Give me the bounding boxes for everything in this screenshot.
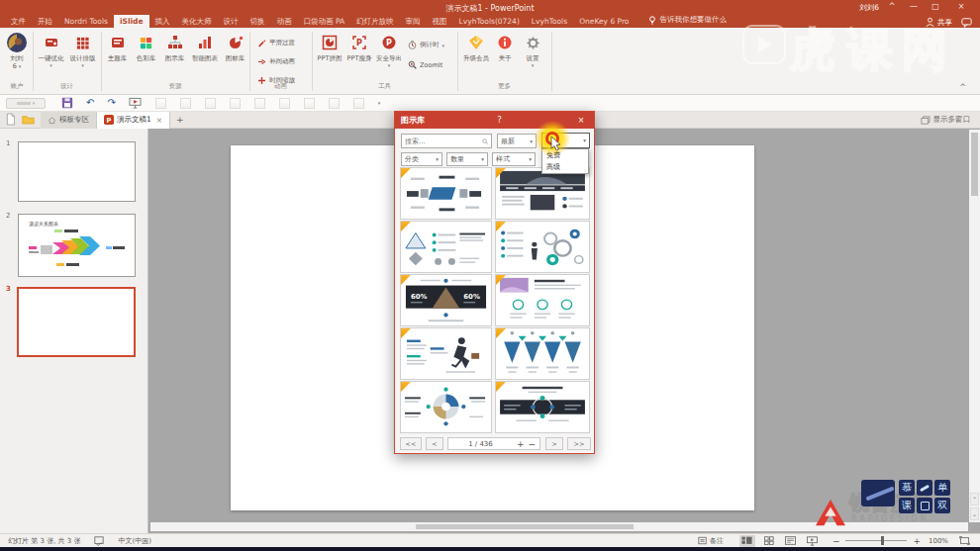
spellcheck-icon[interactable]	[94, 536, 104, 546]
tab-islide[interactable]: iSlide	[114, 15, 149, 29]
diagram-thumbnail-businessman[interactable]	[400, 327, 492, 380]
undo-icon[interactable]: ↶	[86, 98, 94, 108]
tab-file[interactable]: 文件	[5, 15, 32, 29]
collapse-ribbon-button[interactable]: ^	[959, 83, 966, 92]
close-button[interactable]: ×	[952, 2, 970, 11]
tab-lvyhtools-0724[interactable]: LvyhTools(0724)	[453, 15, 526, 29]
previous-page-button[interactable]: <	[426, 437, 443, 450]
notes-toggle[interactable]: 备注	[698, 536, 724, 546]
qat-icon-grayed[interactable]	[205, 98, 216, 109]
language-indicator[interactable]: 中文(中国)	[118, 536, 150, 546]
zoom-out-control[interactable]: −	[833, 536, 840, 546]
diagram-thumbnail-gears[interactable]	[495, 221, 590, 273]
tween-animation-button[interactable]: 补间动画	[257, 57, 295, 66]
diagram-thumbnail-pyramid-stats[interactable]: 60% 60%	[400, 274, 492, 326]
redo-icon[interactable]: ↷	[107, 98, 115, 108]
color-library-button[interactable]: 色彩库	[132, 34, 160, 62]
style-dropdown[interactable]: 样式▾	[492, 152, 536, 166]
qat-icon-grayed[interactable]	[353, 98, 364, 109]
qat-icon-grayed[interactable]	[230, 98, 241, 109]
next-page-button[interactable]: >	[545, 437, 563, 450]
tab-pocket-animation[interactable]: 口袋动画 PA	[298, 15, 351, 29]
option-premium[interactable]: 高级	[542, 161, 588, 173]
help-icon[interactable]: ?	[493, 116, 507, 125]
ppt-slim-button[interactable]: P PPT瘦身	[344, 34, 374, 62]
ribbon-display-options-icon[interactable]: ^	[883, 2, 901, 11]
search-input[interactable]	[405, 138, 482, 145]
diagram-thumbnail-axis-flow[interactable]	[400, 167, 492, 220]
slideshow-view-button[interactable]	[805, 535, 821, 547]
zoom-in-button[interactable]: +	[513, 439, 529, 449]
slide-thumbnail-2[interactable]: 递进关系图表	[18, 214, 136, 277]
tab-design[interactable]: 设计	[218, 15, 245, 29]
tab-document[interactable]: P 演示文稿1 ×	[97, 112, 170, 129]
settings-button[interactable]: 设置 ▾	[519, 34, 546, 68]
upgrade-member-button[interactable]: 升级会员	[461, 34, 491, 62]
start-slideshow-icon[interactable]	[129, 94, 142, 113]
design-layout-button[interactable]: 设计排版 ▾	[67, 34, 98, 68]
qat-icon-grayed[interactable]	[180, 98, 191, 109]
diagram-thumbnail-ring-banner[interactable]	[495, 381, 590, 433]
maximize-button[interactable]: □	[927, 2, 944, 11]
zoom-out-button[interactable]: −	[528, 439, 539, 449]
tab-onekey[interactable]: OneKey 6 Pro	[573, 15, 635, 29]
diagram-library-button[interactable]: 图示库	[160, 34, 189, 62]
tab-template-zone[interactable]: 模板专区	[41, 112, 97, 129]
horizontal-scrollbar-thumb[interactable]	[416, 524, 634, 529]
tab-view[interactable]: 视图	[427, 15, 453, 29]
sort-dropdown[interactable]: 最新▾	[497, 134, 537, 148]
account-button[interactable]: 刘刘 6 ▾	[2, 34, 32, 70]
tab-meihua-dashi[interactable]: 美化大师	[176, 15, 218, 29]
safe-export-button[interactable]: P 安全导出 ▾	[374, 34, 404, 68]
diagram-thumbnail-circular-photos[interactable]	[400, 381, 492, 433]
smart-chart-button[interactable]: 智能图表	[189, 34, 221, 62]
qat-more-caret[interactable]: ▾	[378, 100, 381, 106]
slide-sorter-view-button[interactable]	[761, 535, 777, 547]
diagram-thumbnail-funnel[interactable]	[495, 327, 590, 380]
zoom-in-control[interactable]: +	[913, 536, 921, 546]
comment-icon[interactable]	[961, 18, 972, 28]
close-tab-icon[interactable]: ×	[156, 116, 162, 125]
qat-icon-grayed[interactable]	[304, 98, 315, 109]
diagram-thumbnail-triangle-process[interactable]	[400, 221, 492, 273]
normal-view-button[interactable]	[739, 535, 755, 547]
save-icon[interactable]	[61, 94, 73, 113]
last-page-button[interactable]: >>	[567, 437, 591, 450]
tab-review[interactable]: 审阅	[400, 15, 427, 29]
tab-lvyhtools[interactable]: LvyhTools	[526, 15, 573, 29]
slide-thumbnail-1[interactable]	[18, 141, 136, 202]
fit-to-window-button[interactable]	[956, 535, 972, 547]
qat-icon-grayed[interactable]	[329, 98, 340, 109]
search-box[interactable]	[401, 134, 492, 148]
countdown-button[interactable]: 倒计时 ▾	[408, 41, 444, 49]
open-folder-icon[interactable]	[22, 114, 35, 127]
zoom-slider[interactable]	[845, 540, 907, 541]
tab-transitions[interactable]: 切换	[245, 15, 271, 29]
icon-library-button[interactable]: 图标库	[221, 34, 249, 62]
tell-me-box[interactable]: 告诉我你想要做什么	[648, 15, 727, 28]
theme-library-button[interactable]: 主题库	[103, 34, 132, 62]
tab-nordri-tools[interactable]: Nordri Tools	[58, 15, 114, 29]
one-click-optimize-button[interactable]: 一键优化 ▾	[36, 34, 66, 68]
tab-insert[interactable]: 插入	[149, 15, 176, 29]
zoom-slider-thumb[interactable]	[881, 536, 884, 545]
show-multi-window-button[interactable]: 显示多窗口	[921, 115, 971, 125]
about-button[interactable]: 关于	[492, 34, 518, 62]
qat-icon-grayed[interactable]	[279, 98, 290, 109]
new-document-icon[interactable]	[5, 113, 16, 128]
new-tab-button[interactable]: +	[176, 115, 184, 125]
reading-view-button[interactable]	[783, 535, 799, 547]
diagram-thumbnail-web-banner[interactable]	[495, 167, 590, 220]
slide-thumbnail-3-selected[interactable]	[17, 287, 136, 357]
minimize-button[interactable]: —	[905, 2, 923, 11]
vertical-scrollbar-thumb[interactable]	[971, 133, 978, 196]
qat-icon-grayed[interactable]	[254, 98, 265, 109]
smooth-transition-button[interactable]: 平滑过渡	[257, 39, 295, 47]
tab-animations[interactable]: 动画	[271, 15, 298, 29]
first-page-button[interactable]: <<	[400, 437, 422, 450]
qat-icon-grayed[interactable]	[155, 98, 166, 109]
ppt-puzzle-button[interactable]: PPT拼图	[315, 34, 344, 62]
category-dropdown[interactable]: 分类▾	[401, 152, 442, 166]
count-dropdown[interactable]: 数量▾	[446, 152, 488, 166]
tab-home[interactable]: 开始	[32, 15, 58, 29]
